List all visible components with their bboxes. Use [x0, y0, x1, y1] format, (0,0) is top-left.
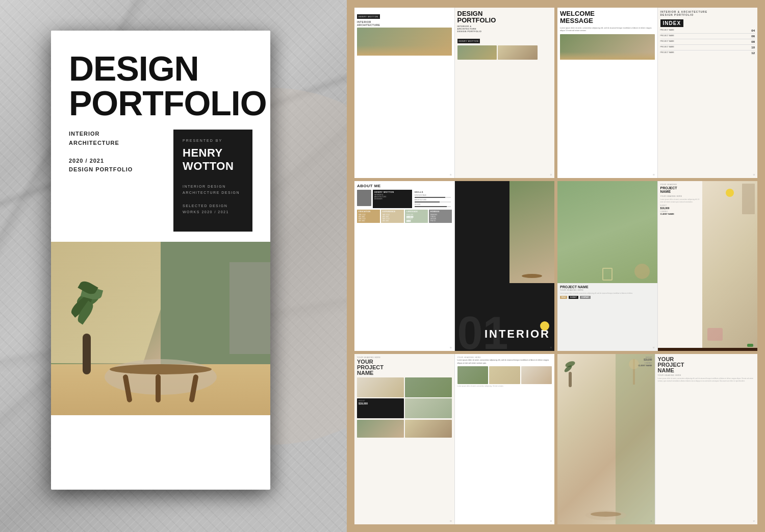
spread1-photo1	[457, 45, 497, 60]
skill-1-label: INTERIOR PAGE	[415, 194, 451, 196]
spread4-right-photo	[702, 181, 757, 351]
section-language-text: ENGLISH████ ██FRENCH████	[406, 214, 426, 222]
left-panel: DESIGN PORTFOLIO INTERIOR ARCHITECTURE 2…	[0, 0, 347, 532]
spread4-project-meta: BUDGET $19,000 COMPANY CLIENT NAME	[660, 205, 703, 215]
skill-3-label: DESIGN	[415, 204, 451, 206]
spread1-page-num: 01	[450, 174, 451, 176]
spread1-room-img	[357, 28, 452, 56]
name-line2: WOTTON	[183, 160, 234, 172]
spread6-page-l: 11	[650, 520, 652, 522]
bottom-photo-1	[357, 420, 404, 438]
section-education: EDUCATION MAY 2012ABC ABCMAY 2010ABC ABC	[357, 210, 380, 223]
tag-company: COMPANY	[580, 296, 591, 299]
skill-2-bar-bg	[415, 201, 451, 202]
index-item-3-label: PROJECT NAME	[660, 40, 674, 43]
spread6-plant-leaves	[563, 359, 578, 377]
spread2-page-l: 03	[653, 174, 654, 176]
section-language-label: LANGUAGE	[406, 211, 426, 213]
spread-4: PROJECT NAME YOUR HEADING HERE Lorem ips…	[557, 181, 757, 351]
spread3-page-r: 06	[550, 347, 552, 349]
spread5r-photo2	[489, 366, 520, 384]
grid3-budget: $19,000	[359, 402, 402, 405]
spread5r-caption: Lorem ipsum dolor sit amet, consectetur …	[457, 385, 552, 388]
spread6-meta: BUDGET $19,000 COMPANY CLIENT NAME	[638, 357, 652, 367]
spread1-left-half: HENRY WOTTON INTERIORARCHITECTURE 01	[354, 8, 454, 178]
tag-role: ROLE	[560, 296, 567, 299]
about-sections-grid: EDUCATION MAY 2012ABC ABCMAY 2010ABC ABC…	[357, 210, 452, 223]
spread4-page-r: 08	[753, 345, 755, 347]
right-pendant-lamp	[726, 189, 734, 197]
spread4-bottom-bar	[658, 348, 758, 351]
cover-subtitle-left: INTERIOR ARCHITECTURE 2020 / 2021 DESIGN…	[69, 130, 173, 174]
skill-2-bar-fill	[415, 201, 440, 202]
spread-6: BUDGET $19,000 COMPANY CLIENT NAME 11 YO…	[557, 354, 757, 524]
plant-trunk	[83, 334, 91, 374]
role-line1: INTERIOR DESIGN	[183, 185, 226, 188]
spread-2: WELCOMEMESSAGE Lorem ipsum dolor sit ame…	[557, 8, 757, 178]
spread-1-left: HENRY WOTTON INTERIORARCHITECTURE 01 DES…	[354, 8, 554, 178]
presented-by-label: PRESENTED BY	[183, 139, 243, 142]
spread1-right-half: DESIGNPORTFOLIO INTERIOR &ARCHITECTUREDE…	[455, 8, 555, 178]
spread4-info-left: PROJECT NAME YOUR HEADING HERE Lorem ips…	[557, 283, 657, 301]
index-item-5: PROJECT NAME 12	[660, 52, 755, 56]
spread1-photo2	[498, 45, 538, 60]
index-item-1-num: 04	[751, 29, 755, 32]
section-experience-label: EXPERIENCE	[382, 211, 402, 213]
index-item-2-num: 06	[751, 35, 755, 38]
welcome-img	[560, 34, 655, 60]
welcome-title: WELCOMEMESSAGE	[560, 10, 655, 25]
spread5r-photo1	[457, 366, 489, 384]
photo-grid-4	[405, 398, 452, 418]
section-hobbies: HOBBIES READINGTRAVELDESIGNPHOTO	[429, 210, 452, 223]
spread4-left: PROJECT NAME YOUR HEADING HERE Lorem ips…	[557, 181, 657, 351]
section-experience: EXPERIENCE MAY 2018ABC ABCMAY 2016ABC AB…	[381, 210, 404, 223]
about-name: HENRY WOTTON	[374, 191, 411, 193]
section-education-label: EDUCATION	[359, 211, 378, 213]
spread6-body: Lorem ipsum dolor sit amet, consectetur …	[658, 377, 755, 383]
title-line2: PORTFOLIO	[69, 84, 267, 122]
spread-5: YOUR HEADING HERE YOURPROJECTNAME BUDGET…	[354, 354, 554, 524]
index-title: INDEX	[660, 19, 684, 27]
spread4-right-body: Lorem ipsum dolor sit amet, consectetur …	[660, 198, 703, 203]
index-item-1: PROJECT NAME 04	[660, 29, 755, 34]
tag-budget: BUDGET	[569, 296, 578, 299]
skill-1-bar-bg	[415, 197, 451, 198]
spread1-subtitle: INTERIOR &ARCHITECTUREDESIGN PORTFOLIO	[457, 25, 552, 33]
spread6-left: BUDGET $19,000 COMPANY CLIENT NAME 11	[557, 354, 655, 524]
spread2-right: INTERIOR & ARCHITECTUREDESIGN PORTFOLIO …	[658, 8, 758, 178]
photo-grid-1	[357, 377, 404, 397]
about-me-nameplate: HENRY WOTTON INTERIOR &ARCHITECTUREDESIG…	[373, 190, 412, 208]
toy-car	[747, 344, 753, 347]
spread4-heading: YOUR HEADING HERE	[560, 289, 655, 291]
spread1-photo-grid	[457, 45, 552, 60]
year-line1: 2020 / 2021	[69, 158, 104, 164]
spread5r-photo-row	[457, 366, 552, 384]
room-plant-main	[66, 293, 107, 374]
spread3-left: ABOUT ME HENRY WOTTON INTERIOR &ARCHITEC…	[354, 181, 454, 351]
gray-accent-box	[230, 262, 270, 354]
spread5-page-r: 10	[550, 520, 552, 522]
spread6-plant	[563, 357, 578, 387]
cover-subtitle-row: INTERIOR ARCHITECTURE 2020 / 2021 DESIGN…	[69, 130, 252, 232]
spread1-label1: INTERIORARCHITECTURE	[357, 20, 452, 27]
spread5r-body: Lorem ipsum dolor sit amet, consectetur …	[457, 359, 552, 365]
index-item-2: PROJECT NAME 06	[660, 35, 755, 39]
spread6-room-photo	[557, 354, 655, 524]
role-line2: ARCHITECTURE DESIGN	[183, 191, 240, 194]
spread1-name-tag2: HENRY WOTTON	[457, 39, 480, 43]
spread1-title: DESIGNPORTFOLIO	[457, 10, 552, 23]
spread3-page-l: 05	[450, 347, 451, 349]
spread4-budget-value: $19,000	[660, 207, 703, 210]
pink-chair	[707, 328, 723, 341]
chair-element	[602, 268, 613, 281]
right-panel: HENRY WOTTON INTERIORARCHITECTURE 01 DES…	[347, 0, 765, 532]
skill-3-bar-bg	[415, 206, 451, 207]
about-skills-col: SKILLS INTERIOR PAGE ARCHITECTURE DESIGN	[414, 190, 452, 208]
subtitle-line1: INTERIOR	[69, 131, 100, 137]
spread6-heading: YOUR HEADING HERE	[658, 374, 755, 376]
section-language: LANGUAGE ENGLISH████ ██FRENCH████	[405, 210, 428, 223]
about-me-header: HENRY WOTTON INTERIOR &ARCHITECTUREDESIG…	[357, 190, 452, 208]
photo-grid-3: BUDGET $19,000	[357, 398, 404, 418]
spread4-body: Lorem ipsum dolor sit amet consectetur a…	[560, 292, 655, 295]
about-role: INTERIOR &ARCHITECTUREDESIGNER	[374, 194, 411, 200]
